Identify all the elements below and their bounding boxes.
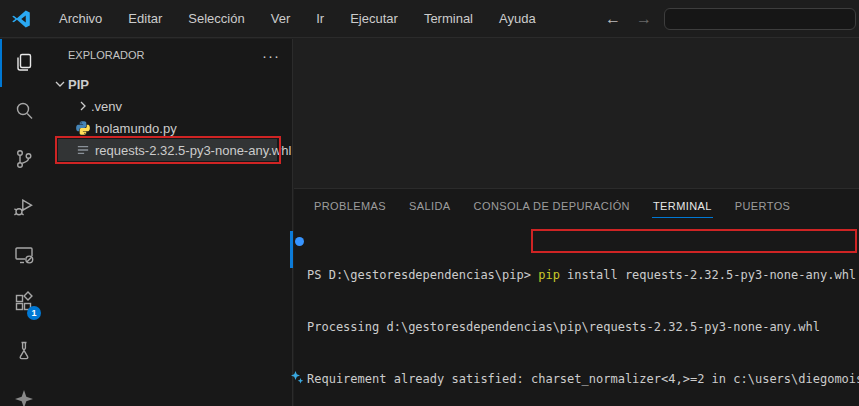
more-actions-icon[interactable]: ··· [262, 47, 280, 64]
activitybar-extensions[interactable]: 1 [0, 279, 48, 327]
tab-puertos[interactable]: PUERTOS [734, 189, 792, 218]
command-keyword: pip [538, 268, 560, 282]
activitybar-run-debug[interactable] [0, 183, 48, 231]
beaker-icon [12, 339, 36, 363]
item-label: holamundo.py [95, 121, 177, 136]
menu-editar[interactable]: Editar [115, 0, 175, 37]
activity-bar: 1 [0, 39, 48, 406]
vscode-logo-icon [10, 8, 32, 30]
activitybar-testing[interactable] [0, 327, 48, 375]
activitybar-search[interactable] [0, 87, 48, 135]
item-label: requests-2.32.5-py3-none-any.whl [95, 143, 291, 158]
menu-bar: Archivo Editar Selección Ver Ir Ejecutar… [46, 0, 549, 37]
menu-terminal[interactable]: Terminal [411, 0, 486, 37]
menu-archivo[interactable]: Archivo [46, 0, 115, 37]
activitybar-remote-explorer[interactable] [0, 231, 48, 279]
tab-problemas[interactable]: PROBLEMAS [313, 189, 387, 218]
activitybar-explorer[interactable] [0, 39, 48, 87]
titlebar: Archivo Editar Selección Ver Ir Ejecutar… [0, 0, 859, 38]
menu-seleccion[interactable]: Selección [175, 0, 257, 37]
section-label: PIP [68, 77, 89, 92]
sparkle-icon [12, 387, 36, 406]
menu-ejecutar[interactable]: Ejecutar [337, 0, 411, 37]
terminal-output-area[interactable]: PS D:\gestoresdependencias\pip> pip inst… [294, 233, 859, 406]
terminal-command-line: PS D:\gestoresdependencias\pip> pip inst… [307, 267, 859, 284]
tab-salida[interactable]: SALIDA [408, 189, 452, 218]
explorer-item-requests-whl[interactable]: requests-2.32.5-py3-none-any.whl [48, 139, 292, 161]
explorer-title: EXPLORADOR [68, 49, 144, 61]
remote-explorer-icon [12, 243, 36, 267]
terminal-line: Processing d:\gestoresdependencias\pip\r… [307, 319, 859, 336]
menu-ayuda[interactable]: Ayuda [486, 0, 549, 37]
terminal-command-decoration-bar [290, 231, 293, 268]
source-control-icon [12, 147, 36, 171]
command-center-searchbox[interactable] [664, 8, 856, 30]
files-icon [12, 51, 36, 75]
panel-tab-bar: PROBLEMAS SALIDA CONSOLA DE DEPURACIÓN T… [294, 189, 859, 222]
main-area: PROBLEMAS SALIDA CONSOLA DE DEPURACIÓN T… [294, 39, 859, 406]
explorer-section-pip[interactable]: PIP [48, 73, 292, 95]
activitybar-copilot[interactable] [0, 375, 48, 406]
terminal-line: Requirement already satisfied: charset_n… [307, 371, 859, 388]
chevron-right-icon [75, 98, 91, 114]
item-label: .venv [91, 99, 122, 114]
tab-consola-depuracion[interactable]: CONSOLA DE DEPURACIÓN [473, 189, 631, 218]
nav-forward-icon[interactable]: → [631, 0, 657, 38]
wheel-file-icon [75, 142, 91, 158]
explorer-item-venv[interactable]: .venv [48, 95, 292, 117]
debug-icon [12, 195, 36, 219]
tab-terminal[interactable]: TERMINAL [652, 189, 713, 218]
terminal-sparkle-icon[interactable] [290, 370, 304, 384]
menu-ver[interactable]: Ver [258, 0, 304, 37]
extensions-badge: 1 [27, 306, 41, 320]
explorer-item-holamundo[interactable]: holamundo.py [48, 117, 292, 139]
activitybar-source-control[interactable] [0, 135, 48, 183]
chevron-down-icon [52, 76, 68, 92]
python-file-icon [75, 120, 91, 136]
explorer-sidebar: EXPLORADOR ··· PIP .venv holamundo.py [48, 39, 293, 406]
bottom-panel: PROBLEMAS SALIDA CONSOLA DE DEPURACIÓN T… [294, 188, 859, 406]
vscode-window: Archivo Editar Selección Ver Ir Ejecutar… [0, 0, 859, 406]
terminal-command-decoration-circle[interactable] [295, 237, 304, 246]
explorer-header: EXPLORADOR ··· [48, 39, 292, 71]
search-icon [12, 99, 36, 123]
editor-empty-area[interactable] [294, 39, 859, 188]
nav-back-icon[interactable]: ← [600, 0, 626, 38]
menu-ir[interactable]: Ir [303, 0, 337, 37]
